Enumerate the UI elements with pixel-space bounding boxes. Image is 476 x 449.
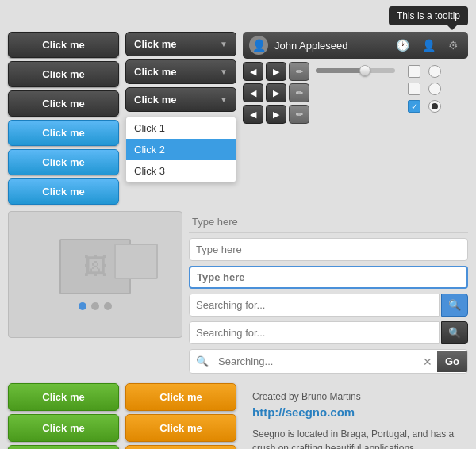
controls-area: ◀ ▶ ✏ ◀ ▶ ✏ ◀ ▶ ✏ xyxy=(243,62,468,124)
arrow-left-1[interactable]: ◀ xyxy=(243,62,263,81)
slider-thumb[interactable] xyxy=(359,65,370,76)
gear-icon[interactable]: ⚙ xyxy=(445,37,462,53)
search-btn-dark[interactable]: 🔍 xyxy=(441,321,468,344)
dark-btn-2[interactable]: Click me xyxy=(8,61,119,87)
credit-area: Created by Bruno Martins http://seegno.c… xyxy=(243,383,468,449)
mid-section: 🖼 🔍 🔍 xyxy=(8,211,468,374)
user-name: John Appleseed xyxy=(274,40,386,52)
image-gallery: 🖼 xyxy=(8,211,182,338)
slider-track[interactable] xyxy=(316,68,395,73)
go-button[interactable]: Go xyxy=(437,351,467,372)
checkbox-3[interactable]: ✓ xyxy=(408,100,420,113)
dropdown-btn-1[interactable]: Click me ▼ xyxy=(125,32,236,56)
user-icon[interactable]: 👤 xyxy=(419,37,439,53)
radio-1[interactable] xyxy=(428,65,441,78)
radio-3[interactable] xyxy=(428,100,441,113)
image-icon: 🖼 xyxy=(83,253,107,280)
radio-2[interactable] xyxy=(428,83,441,95)
credit-brand-link[interactable]: http://seegno.com xyxy=(252,404,459,422)
blue-btn-3[interactable]: Click me xyxy=(8,178,119,205)
dropdown-item-3[interactable]: Click 3 xyxy=(126,160,236,182)
normal-input[interactable] xyxy=(189,238,468,261)
bottom-section: Click me Click me Click me Click me Clic… xyxy=(8,383,468,449)
gallery-dot-2[interactable] xyxy=(91,302,99,310)
pencil-btn-1[interactable]: ✏ xyxy=(289,62,309,81)
input-area: 🔍 🔍 🔍 ✕ Go xyxy=(189,211,468,374)
dropdown-item-2[interactable]: Click 2 xyxy=(126,139,236,160)
search-row-3: 🔍 ✕ Go xyxy=(189,349,468,374)
arrow-right-2[interactable]: ▶ xyxy=(266,83,286,102)
search-btn-blue[interactable]: 🔍 xyxy=(441,294,468,317)
slider-fill xyxy=(316,68,363,73)
search-row-2: 🔍 xyxy=(189,321,468,344)
green-button-group: Click me Click me Click me xyxy=(8,383,119,449)
dropdown-label-1: Click me xyxy=(134,38,176,50)
green-btn-2[interactable]: Click me xyxy=(8,414,119,442)
right-controls: 👤 John Appleseed 🕐 👤 ⚙ ◀ ▶ ✏ ◀ ▶ xyxy=(243,32,468,205)
chevron-down-icon-1: ▼ xyxy=(220,40,228,48)
search-input-3[interactable] xyxy=(215,351,418,372)
clear-search-button[interactable]: ✕ xyxy=(418,352,437,371)
dropdown-btn-3[interactable]: Click me ▼ xyxy=(125,87,236,112)
orange-btn-3[interactable]: Click me xyxy=(125,445,236,449)
checkbox-1[interactable] xyxy=(408,65,420,78)
focus-input[interactable] xyxy=(189,266,468,289)
arrow-left-2[interactable]: ◀ xyxy=(243,83,263,102)
search-input-1[interactable] xyxy=(189,294,440,317)
gallery-image-thumb xyxy=(114,244,158,279)
orange-button-group: Click me Click me Click me xyxy=(125,383,236,449)
search-input-2[interactable] xyxy=(189,321,440,344)
blue-btn-2[interactable]: Click me xyxy=(8,149,119,175)
dropdown-item-1[interactable]: Click 1 xyxy=(126,117,236,139)
pencil-btn-2[interactable]: ✏ xyxy=(289,83,309,102)
green-btn-3[interactable]: Click me xyxy=(8,445,119,449)
search-icon-left: 🔍 xyxy=(190,350,215,373)
search-row-1: 🔍 xyxy=(189,294,468,317)
slider-area xyxy=(316,62,395,73)
nav-bar: 👤 John Appleseed 🕐 👤 ⚙ xyxy=(243,32,468,59)
arrow-right-1[interactable]: ▶ xyxy=(266,62,286,81)
gallery-dot-1[interactable] xyxy=(79,302,86,310)
dark-btn-3[interactable]: Click me xyxy=(8,90,119,117)
dark-btn-1[interactable]: Click me xyxy=(8,32,119,58)
orange-btn-1[interactable]: Click me xyxy=(125,383,236,411)
tooltip-text: This is a tooltip xyxy=(397,10,460,21)
dropdown-label-2: Click me xyxy=(134,66,176,78)
gallery-images: 🖼 xyxy=(60,239,131,294)
arrow-left-3[interactable]: ◀ xyxy=(243,105,263,124)
checkbox-2[interactable] xyxy=(408,83,420,95)
ghost-input[interactable] xyxy=(189,211,468,233)
dark-button-group: Click me Click me Click me Click me Clic… xyxy=(8,32,119,205)
clock-icon[interactable]: 🕐 xyxy=(393,37,413,53)
orange-btn-2[interactable]: Click me xyxy=(125,414,236,442)
check-radio-group: ✓ xyxy=(408,65,444,113)
dropdown-label-3: Click me xyxy=(134,94,176,106)
green-btn-1[interactable]: Click me xyxy=(8,383,119,411)
blue-btn-1[interactable]: Click me xyxy=(8,120,119,146)
tooltip: This is a tooltip xyxy=(389,6,468,25)
chevron-down-icon-3: ▼ xyxy=(220,95,228,104)
dropdown-menu: Click 1 Click 2 Click 3 xyxy=(125,117,236,182)
avatar: 👤 xyxy=(249,36,268,55)
avatar-icon: 👤 xyxy=(252,39,266,52)
credit-line1: Created by Bruno Martins xyxy=(252,390,459,404)
gallery-dot-3[interactable] xyxy=(104,302,112,310)
arrow-grid: ◀ ▶ ✏ ◀ ▶ ✏ ◀ ▶ ✏ xyxy=(243,62,309,124)
credit-line2: Seegno is located in Braga, Portugal, an… xyxy=(252,427,459,450)
gallery-dots xyxy=(79,302,112,310)
dropdown-group: Click me ▼ Click me ▼ Click me ▼ Click 1… xyxy=(125,32,236,205)
chevron-down-icon-2: ▼ xyxy=(220,67,228,76)
arrow-right-3[interactable]: ▶ xyxy=(266,105,286,124)
dropdown-btn-2[interactable]: Click me ▼ xyxy=(125,59,236,84)
pencil-btn-3[interactable]: ✏ xyxy=(289,105,309,124)
